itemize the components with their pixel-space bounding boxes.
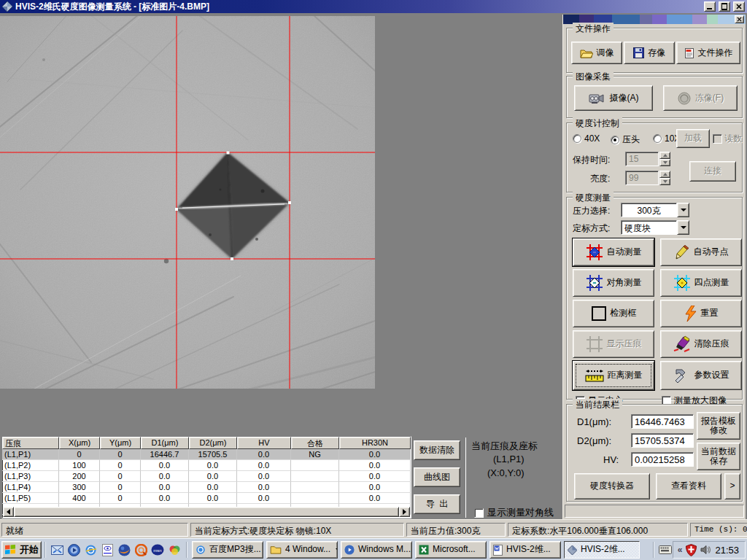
tray-collapse-icon[interactable]: «	[678, 545, 683, 555]
table-row[interactable]: (L1,P5)40000.00.00.00.0	[2, 493, 411, 504]
minimize-button[interactable]	[704, 1, 716, 12]
panel-close-button[interactable]	[735, 15, 744, 23]
spin-up-icon[interactable]	[659, 152, 670, 159]
view-doc-button[interactable]: 查看资料	[656, 473, 721, 499]
close-button[interactable]	[733, 1, 745, 12]
auto-measure-icon	[586, 244, 603, 261]
show-diagonal-checkbox[interactable]: 显示测量对角线	[474, 506, 554, 519]
param-settings-button[interactable]: 参数设置	[660, 361, 742, 390]
reset-button[interactable]: 重置	[660, 300, 742, 327]
cell: 0.0	[141, 482, 189, 493]
quicktime-icon[interactable]	[133, 542, 148, 557]
task-word[interactable]: HVIS-2维...	[489, 541, 561, 559]
task-windows-group[interactable]: 4 Window...	[266, 541, 338, 559]
detect-frame-button[interactable]: 检测框	[573, 300, 654, 327]
task-windows-media[interactable]: Windows M...	[341, 541, 412, 559]
freeze-label: 冻像(F)	[695, 93, 724, 103]
calib-select[interactable]: 硬度块	[621, 220, 689, 235]
cell: 200	[59, 471, 100, 482]
brightness-field[interactable]: 99	[625, 171, 659, 185]
hv-value: 0.00215258	[635, 454, 685, 465]
radio-indenter[interactable]: 压头	[611, 133, 640, 146]
file-op-button[interactable]: 文件操作	[676, 42, 740, 64]
restore-button[interactable]	[719, 1, 730, 12]
show-indent-button[interactable]: 显示压痕	[573, 330, 654, 358]
view-doc-label: 查看资料	[671, 481, 706, 491]
export-button[interactable]: 导 出	[414, 494, 460, 514]
dropdown-arrow-icon[interactable]	[677, 203, 689, 217]
diagonal-measure-button[interactable]: 对角测量	[573, 269, 654, 297]
load-force-button[interactable]: 加载	[676, 129, 710, 148]
connect-button[interactable]: 连接	[689, 161, 736, 182]
radio-40x[interactable]: 40X	[573, 133, 600, 144]
windows-logo-icon	[4, 545, 16, 555]
hold-time-spinner[interactable]	[659, 152, 670, 166]
scroll-thumb[interactable]	[14, 507, 399, 517]
task-hvis-active[interactable]: HVIS-2维...	[564, 541, 640, 559]
hold-time-field[interactable]: 15	[625, 152, 659, 166]
dropdown-arrow-icon[interactable]	[677, 220, 689, 235]
scroll-right-icon[interactable]	[399, 507, 410, 517]
save-data-button[interactable]: 当前数据 保存	[697, 443, 740, 470]
results-table[interactable]: 压痕 X(μm) Y(μm) D1(μm) D2(μm) HV 合格 HR30N…	[1, 436, 411, 518]
hardness-converter-button[interactable]: 硬度转换器	[574, 473, 650, 499]
curve-chart-button[interactable]: 曲线图	[414, 467, 460, 487]
svg-text:msn: msn	[153, 548, 161, 553]
media-player-icon[interactable]	[66, 542, 81, 557]
scroll-left-icon[interactable]	[3, 507, 14, 517]
save-image-label: 存像	[648, 48, 665, 58]
clear-indent-button[interactable]: 清除压痕	[660, 330, 742, 358]
table-row[interactable]: (L1,P1)0016446.715705.50.0NG0.0	[2, 449, 411, 460]
force-select[interactable]: 300克	[621, 203, 689, 217]
table-row[interactable]: (L1,P3)20000.00.00.00.0	[2, 471, 411, 482]
d2-field[interactable]: 15705.5374	[631, 433, 694, 448]
browser-sphere-icon[interactable]	[117, 542, 131, 557]
color-app-icon[interactable]	[167, 542, 182, 557]
load-image-button[interactable]: 调像	[571, 42, 622, 64]
report-template-button[interactable]: 报告模板 修改	[697, 412, 740, 440]
hv-field[interactable]: 0.00215258	[631, 452, 694, 467]
spin-down-icon[interactable]	[659, 178, 670, 185]
excel-icon	[419, 545, 429, 555]
reset-label: 重置	[701, 308, 719, 318]
specimen-image[interactable]	[0, 16, 375, 389]
col-header: HR30N	[339, 437, 411, 449]
brightness-spinner[interactable]	[659, 171, 670, 185]
msn-icon[interactable]: msn	[150, 542, 165, 557]
auto-findpoint-button[interactable]: 自动寻点	[660, 238, 742, 266]
curve-chart-label: 曲线图	[424, 472, 450, 482]
keyboard-layout-icon[interactable]	[658, 542, 673, 557]
clear-data-button[interactable]: 数据清除	[414, 440, 460, 460]
show-indent-icon	[586, 335, 603, 353]
cell: 0.0	[237, 493, 291, 504]
freeze-button[interactable]: 冻像(F)	[663, 85, 738, 111]
spin-down-icon[interactable]	[659, 159, 670, 166]
table-hscrollbar[interactable]	[3, 507, 410, 517]
fourpoint-measure-button[interactable]: 四点测量	[660, 269, 742, 297]
internet-explorer-icon[interactable]	[83, 542, 98, 557]
cell	[291, 471, 339, 482]
more-button[interactable]: >	[724, 473, 740, 499]
window-title: HVIS-2维氏硬度图像测量系统 - [标准图片-4.BMP]	[15, 1, 701, 13]
eye-app-icon[interactable]	[100, 542, 115, 557]
radio-40x-label: 40X	[584, 133, 600, 144]
save-image-button[interactable]: 存像	[624, 42, 675, 64]
distance-measure-button[interactable]: 距离测量	[573, 361, 654, 390]
capture-button[interactable]: 摄像(A)	[574, 85, 653, 111]
volume-icon[interactable]	[700, 545, 711, 555]
table-row[interactable]: (L1,P4)30000.00.00.00.0	[2, 482, 411, 493]
outlook-icon[interactable]	[50, 542, 64, 557]
security-shield-icon[interactable]	[686, 544, 697, 556]
table-row[interactable]: (L1,P2)10000.00.00.00.0	[2, 460, 411, 471]
auto-measure-button[interactable]: 自动测量	[573, 238, 654, 266]
capture-group-title: 图像采集	[573, 71, 614, 83]
tester-group-title: 硬度计控制	[573, 117, 622, 130]
status-force: 当前压力值:300克	[406, 523, 506, 537]
d1-field[interactable]: 16446.7463	[631, 414, 694, 429]
start-button[interactable]: 开始	[1, 541, 42, 559]
spin-up-icon[interactable]	[659, 171, 670, 178]
task-baidu-mp3[interactable]: 百度MP3搜...	[192, 541, 263, 559]
panel-footer-bar	[565, 505, 744, 518]
task-excel[interactable]: Microsoft...	[415, 541, 487, 559]
read-checkbox[interactable]: 读数	[713, 133, 742, 145]
